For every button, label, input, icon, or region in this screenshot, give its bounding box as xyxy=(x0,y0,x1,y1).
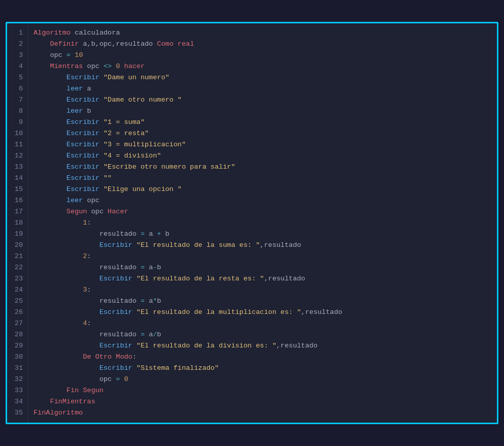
code-line-33: Fin Segun xyxy=(28,385,497,396)
line-num-33: 33 xyxy=(7,385,28,396)
code-lines: Algoritmo calculadora Definir a,b,opc,re… xyxy=(28,23,497,423)
line-num-24: 24 xyxy=(7,284,28,296)
line-num-20: 20 xyxy=(7,240,28,251)
line-num-18: 18 xyxy=(7,217,28,229)
code-line-32: opc = 0 xyxy=(28,374,497,385)
line-num-7: 7 xyxy=(7,94,28,106)
line-num-6: 6 xyxy=(7,83,28,94)
line-num-13: 13 xyxy=(7,162,28,173)
line-num-5: 5 xyxy=(7,72,28,83)
line-num-10: 10 xyxy=(7,128,28,139)
line-num-23: 23 xyxy=(7,273,28,284)
code-line-5: Escribir "Dame un numero" xyxy=(28,72,497,83)
code-line-14: Escribir "" xyxy=(28,173,497,184)
line-num-19: 19 xyxy=(7,229,28,240)
code-line-10: Escribir "2 = resta" xyxy=(28,128,497,139)
line-num-15: 15 xyxy=(7,184,28,195)
line-num-16: 16 xyxy=(7,195,28,206)
code-line-21: 2: xyxy=(28,251,497,262)
code-line-27: 4: xyxy=(28,318,497,329)
line-num-25: 25 xyxy=(7,296,28,307)
line-num-27: 27 xyxy=(7,318,28,329)
code-line-13: Escribir "Escribe otro numero para salir… xyxy=(28,162,497,173)
code-area: 1 2 3 4 5 6 7 8 9 10 11 12 13 14 15 16 1… xyxy=(7,23,497,423)
line-num-34: 34 xyxy=(7,396,28,407)
line-num-8: 8 xyxy=(7,106,28,117)
code-line-18: 1: xyxy=(28,217,497,229)
code-line-7: Escribir "Dame otro numero " xyxy=(28,94,497,106)
line-num-30: 30 xyxy=(7,352,28,363)
line-num-1: 1 xyxy=(7,27,28,39)
code-line-25: resultado = a*b xyxy=(28,296,497,307)
code-line-16: leer opc xyxy=(28,195,497,206)
line-num-28: 28 xyxy=(7,329,28,340)
code-line-29: Escribir "El resultado de la division es… xyxy=(28,340,497,352)
line-num-32: 32 xyxy=(7,374,28,385)
code-line-12: Escribir "4 = division" xyxy=(28,150,497,162)
code-editor: 1 2 3 4 5 6 7 8 9 10 11 12 13 14 15 16 1… xyxy=(6,22,498,424)
code-line-24: 3: xyxy=(28,284,497,296)
line-num-22: 22 xyxy=(7,262,28,273)
line-num-26: 26 xyxy=(7,307,28,318)
code-line-2: Definir a,b,opc,resultado Como real xyxy=(28,39,497,50)
line-num-31: 31 xyxy=(7,363,28,374)
code-line-26: Escribir "El resultado de la multiplicac… xyxy=(28,307,497,318)
code-line-23: Escribir "El resultado de la resta es: "… xyxy=(28,273,497,284)
code-line-31: Escribir "Sistema finalizado" xyxy=(28,363,497,374)
code-line-15: Escribir "Elige una opcion " xyxy=(28,184,497,195)
line-num-17: 17 xyxy=(7,206,28,217)
code-line-30: De Otro Modo: xyxy=(28,352,497,363)
line-numbers: 1 2 3 4 5 6 7 8 9 10 11 12 13 14 15 16 1… xyxy=(7,23,28,423)
line-num-14: 14 xyxy=(7,173,28,184)
code-line-3: opc = 10 xyxy=(28,50,497,61)
line-num-9: 9 xyxy=(7,117,28,128)
code-line-22: resultado = a-b xyxy=(28,262,497,273)
code-line-4: Mientras opc <> 0 hacer xyxy=(28,61,497,72)
line-num-12: 12 xyxy=(7,150,28,162)
line-num-35: 35 xyxy=(7,407,28,419)
code-line-11: Escribir "3 = multiplicacion" xyxy=(28,139,497,150)
code-line-34: FinMientras xyxy=(28,396,497,407)
code-line-20: Escribir "El resultado de la suma es: ",… xyxy=(28,240,497,251)
line-num-11: 11 xyxy=(7,139,28,150)
code-line-35: FinAlgoritmo xyxy=(28,407,497,419)
code-line-1: Algoritmo calculadora xyxy=(28,27,497,39)
code-line-6: leer a xyxy=(28,83,497,94)
line-num-2: 2 xyxy=(7,39,28,50)
code-line-9: Escribir "1 = suma" xyxy=(28,117,497,128)
code-line-8: leer b xyxy=(28,106,497,117)
code-line-28: resultado = a/b xyxy=(28,329,497,340)
line-num-29: 29 xyxy=(7,340,28,352)
line-num-3: 3 xyxy=(7,50,28,61)
line-num-21: 21 xyxy=(7,251,28,262)
code-line-17: Segun opc Hacer xyxy=(28,206,497,217)
code-line-19: resultado = a + b xyxy=(28,229,497,240)
line-num-4: 4 xyxy=(7,61,28,72)
